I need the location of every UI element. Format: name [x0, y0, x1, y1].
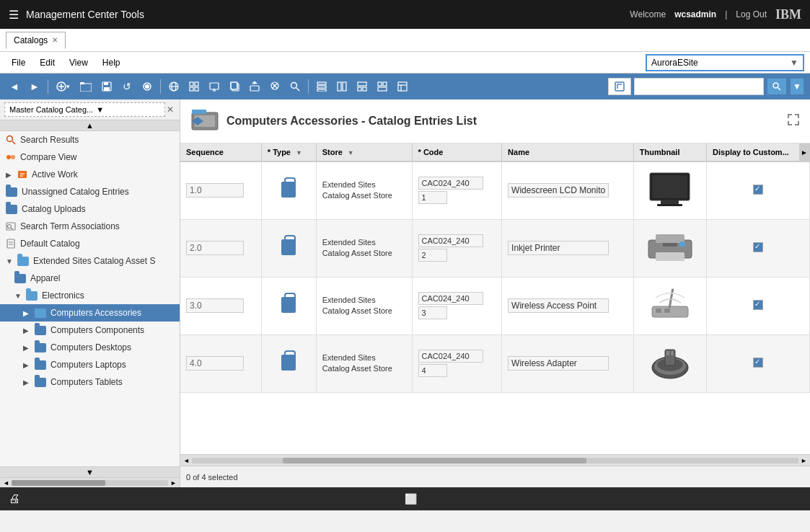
- add-button[interactable]: ▾: [53, 76, 74, 97]
- sidebar-item-active-work[interactable]: ▶ Active Work: [0, 166, 180, 183]
- display-checkbox-3[interactable]: [753, 300, 763, 310]
- hscroll-right[interactable]: ►: [170, 479, 177, 487]
- back-button[interactable]: ◄: [6, 76, 23, 97]
- col-store[interactable]: Store ▼: [316, 143, 412, 161]
- sidebar-item-label: Apparel: [30, 273, 60, 283]
- copy-button[interactable]: [226, 76, 243, 97]
- active-work-toggle[interactable]: ▶: [6, 171, 13, 179]
- sidebar-item-search-results[interactable]: Search Results: [0, 131, 180, 148]
- save-button[interactable]: [98, 76, 115, 97]
- sidebar-scroll-down[interactable]: ▼: [0, 466, 180, 477]
- sidebar-item-unassigned-catalog[interactable]: Unassigned Catalog Entries: [0, 183, 180, 200]
- separator-1: [48, 79, 48, 94]
- menu-file[interactable]: File: [6, 55, 31, 71]
- expand-button[interactable]: [394, 76, 411, 97]
- code-input-3a[interactable]: [418, 292, 483, 305]
- sidebar-item-computers-accessories[interactable]: ▶ Computers Accessories: [0, 304, 180, 322]
- col-type[interactable]: * Type ▼: [261, 143, 316, 161]
- name-cell: [502, 161, 634, 219]
- code-input-4b[interactable]: [418, 364, 447, 377]
- code-input-1a[interactable]: [418, 177, 483, 190]
- sidebar-item-compare-view[interactable]: Compare View: [0, 148, 180, 166]
- menu-edit[interactable]: Edit: [34, 55, 61, 71]
- open-folder-button[interactable]: [76, 76, 95, 97]
- layout1-button[interactable]: [313, 76, 330, 97]
- expand-button[interactable]: [787, 113, 800, 129]
- sequence-input[interactable]: [186, 298, 244, 313]
- toolbar-search-input[interactable]: [634, 78, 764, 95]
- layout2-button[interactable]: [333, 76, 351, 97]
- table-hscroll-left[interactable]: ◄: [183, 457, 190, 464]
- code-input-3b[interactable]: [418, 306, 447, 319]
- toolbar-search-btn[interactable]: [767, 78, 787, 95]
- code-input-2a[interactable]: [418, 234, 483, 247]
- sidebar-item-catalog-uploads[interactable]: Catalog Uploads: [0, 200, 180, 218]
- name-input-2[interactable]: [508, 241, 609, 255]
- thumbnail-cell: [633, 161, 706, 219]
- svg-rect-78: [669, 288, 674, 308]
- refresh-button[interactable]: ↺: [118, 76, 136, 97]
- name-input-3[interactable]: [508, 298, 609, 313]
- delete-button[interactable]: [266, 76, 283, 97]
- display-checkbox-4[interactable]: [753, 358, 763, 368]
- sidebar-item-computers-desktops[interactable]: ▶ Computers Desktops Computers Desktops: [0, 339, 180, 356]
- sidebar-hscroll[interactable]: ◄ ►: [0, 477, 180, 487]
- code-input-2b[interactable]: [418, 249, 447, 262]
- name-input-4[interactable]: [508, 356, 609, 371]
- sequence-input[interactable]: [186, 356, 244, 371]
- computers-accessories-toggle[interactable]: ▶: [23, 309, 30, 317]
- name-input-1[interactable]: [508, 183, 609, 198]
- sidebar-item-search-term[interactable]: Search Term Associations: [0, 218, 180, 235]
- layout3-button[interactable]: [353, 76, 371, 97]
- store-selector[interactable]: AuroraESite ▼: [646, 54, 804, 71]
- sequence-input[interactable]: [186, 183, 244, 198]
- search-button[interactable]: [286, 76, 304, 97]
- sequence-input[interactable]: [186, 241, 244, 255]
- globe-button[interactable]: [165, 76, 182, 97]
- sidebar-item-extended-sites[interactable]: ▼ Extended Sites Catalog Asset S: [0, 252, 180, 270]
- sidebar-close-btn[interactable]: ✕: [165, 103, 175, 116]
- display-checkbox-2[interactable]: [753, 242, 763, 252]
- stop-button[interactable]: [138, 76, 156, 97]
- menu-help[interactable]: Help: [97, 55, 126, 71]
- table-hscroll-right[interactable]: ►: [801, 457, 807, 464]
- extended-sites-toggle[interactable]: ▼: [6, 257, 13, 265]
- sidebar-item-computers-tablets[interactable]: ▶ Computers Tablets: [0, 373, 180, 391]
- display-checkbox-1[interactable]: [753, 185, 763, 195]
- sidebar-item-apparel[interactable]: Apparel: [0, 270, 180, 287]
- layout4-button[interactable]: [374, 76, 391, 97]
- hscroll-left[interactable]: ◄: [3, 479, 9, 487]
- computers-desktops-toggle[interactable]: ▶: [23, 344, 30, 352]
- sidebar-item-electronics[interactable]: ▼ Electronics: [0, 287, 180, 304]
- logout-link[interactable]: Log Out: [736, 9, 767, 19]
- svg-rect-59: [7, 239, 14, 248]
- code-input-1b[interactable]: [418, 191, 447, 204]
- monitor-button[interactable]: [206, 76, 223, 97]
- tab-close-icon[interactable]: ✕: [52, 36, 58, 44]
- sidebar-dropdown[interactable]: Master Catalog Categ... ▼: [4, 102, 165, 117]
- hamburger-menu[interactable]: ☰: [9, 8, 19, 22]
- forward-button[interactable]: ►: [26, 76, 43, 97]
- computers-components-toggle[interactable]: ▶: [23, 327, 30, 334]
- sidebar-item-computers-laptops[interactable]: ▶ Computers Laptops: [0, 356, 180, 373]
- table-row: Extended SitesCatalog Asset Store: [180, 161, 810, 219]
- toolbar-dropdown-btn[interactable]: ▼: [790, 78, 804, 95]
- display-cell: [707, 161, 810, 219]
- code-input-4a[interactable]: [418, 350, 483, 363]
- computers-laptops-toggle[interactable]: ▶: [23, 361, 30, 369]
- bottom-print-icon[interactable]: 🖨: [9, 492, 20, 505]
- electronics-toggle[interactable]: ▼: [14, 292, 22, 300]
- sidebar-item-computers-components[interactable]: ▶ Computers Components: [0, 322, 180, 339]
- computers-tablets-toggle[interactable]: ▶: [23, 378, 30, 386]
- upload-button[interactable]: [246, 76, 263, 97]
- bottom-restore-icon[interactable]: ⬜: [405, 493, 417, 505]
- tab-catalogs[interactable]: Catalogs ✕: [6, 32, 66, 49]
- store-cell: Extended SitesCatalog Asset Store: [316, 277, 412, 334]
- table-hscroll[interactable]: ◄ ►: [180, 454, 810, 466]
- sidebar-scroll-up[interactable]: ▲: [0, 120, 180, 131]
- menu-view[interactable]: View: [63, 55, 94, 71]
- scroll-right-btn[interactable]: ►: [799, 143, 809, 161]
- grid-button[interactable]: [185, 76, 203, 97]
- svg-point-74: [679, 241, 685, 247]
- sidebar-item-default-catalog[interactable]: Default Catalog: [0, 235, 180, 252]
